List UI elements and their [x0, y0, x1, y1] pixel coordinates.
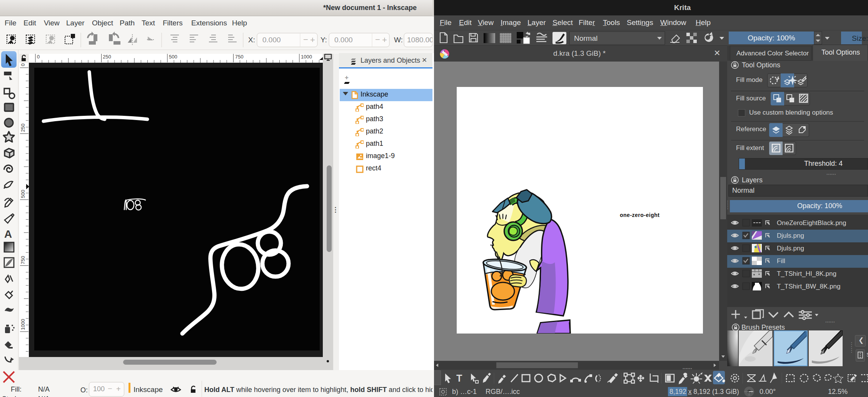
svg-text:−: −: [375, 35, 380, 44]
svg-text:Normal: Normal: [574, 34, 598, 42]
svg-text:X:: X:: [248, 36, 255, 44]
svg-text:250: 250: [103, 54, 111, 60]
svg-text:OneZeroEightBlack.png: OneZeroEightBlack.png: [777, 219, 846, 227]
svg-text:1000: 1000: [20, 319, 26, 330]
svg-text:Djuls.png: Djuls.png: [777, 245, 804, 252]
svg-text:T_TShirt_BW_8K.png: T_TShirt_BW_8K.png: [777, 283, 840, 290]
svg-text:750: 750: [235, 54, 244, 60]
svg-text:+: +: [382, 35, 387, 45]
svg-text:Fill: Fill: [777, 257, 785, 265]
svg-text:W:: W:: [394, 36, 403, 44]
svg-text:750: 750: [20, 256, 26, 264]
svg-text:1000: 1000: [301, 54, 312, 60]
svg-text:0: 0: [37, 54, 40, 60]
svg-text:Opacity: 100%: Opacity: 100%: [748, 34, 795, 42]
svg-text:0.000: 0.000: [334, 36, 353, 44]
svg-text:250: 250: [20, 123, 26, 132]
svg-text:A: A: [4, 228, 12, 240]
svg-text:500: 500: [169, 54, 177, 60]
svg-text:+: +: [345, 74, 349, 81]
svg-text:Size:: Size:: [852, 34, 868, 42]
svg-text:T_TShirt_HI_8K.png: T_TShirt_HI_8K.png: [777, 270, 836, 277]
svg-text:−: −: [303, 35, 308, 44]
svg-text:+: +: [310, 35, 315, 45]
svg-text:0: 0: [20, 63, 26, 66]
svg-text:500: 500: [20, 190, 26, 198]
svg-text:0.000: 0.000: [262, 36, 281, 44]
svg-text:Y:: Y:: [320, 36, 327, 44]
svg-text:T: T: [456, 373, 462, 384]
svg-text:1080.00: 1080.00: [407, 36, 432, 44]
svg-text:Djuls.png: Djuls.png: [777, 232, 804, 239]
